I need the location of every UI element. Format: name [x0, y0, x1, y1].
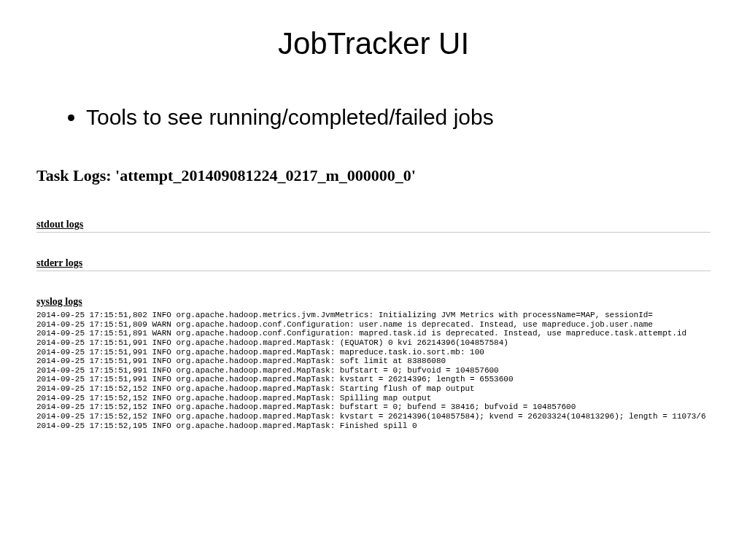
log-line: 2014-09-25 17:15:52,195 INFO org.apache.… — [36, 421, 711, 431]
stderr-section: stderr logs — [36, 257, 711, 271]
syslog-log-lines: 2014-09-25 17:15:51,802 INFO org.apache.… — [36, 311, 711, 430]
log-line: 2014-09-25 17:15:51,809 WARN org.apache.… — [36, 320, 711, 330]
log-line: 2014-09-25 17:15:52,152 INFO org.apache.… — [36, 402, 711, 412]
slide-title: JobTracker UI — [36, 26, 711, 61]
log-line: 2014-09-25 17:15:51,991 INFO org.apache.… — [36, 348, 711, 357]
syslog-section: syslog logs 2014-09-25 17:15:51,802 INFO… — [36, 296, 711, 430]
log-line: 2014-09-25 17:15:51,991 INFO org.apache.… — [36, 357, 711, 366]
log-line: 2014-09-25 17:15:51,991 INFO org.apache.… — [36, 338, 711, 348]
log-line: 2014-09-25 17:15:51,991 INFO org.apache.… — [36, 366, 711, 376]
log-line: 2014-09-25 17:15:52,152 INFO org.apache.… — [36, 412, 711, 421]
syslog-label: syslog logs — [36, 296, 711, 308]
bullet-list: Tools to see running/completed/failed jo… — [71, 105, 711, 130]
stdout-section: stdout logs — [36, 219, 711, 233]
log-line: 2014-09-25 17:15:51,991 INFO org.apache.… — [36, 375, 711, 384]
bullet-item: Tools to see running/completed/failed jo… — [86, 105, 711, 130]
log-line: 2014-09-25 17:15:52,152 INFO org.apache.… — [36, 394, 711, 403]
slide: JobTracker UI Tools to see running/compl… — [0, 0, 747, 560]
task-logs-heading: Task Logs: 'attempt_201409081224_0217_m_… — [36, 166, 711, 185]
log-line: 2014-09-25 17:15:51,891 WARN org.apache.… — [36, 329, 711, 338]
divider — [36, 232, 711, 233]
stdout-label: stdout logs — [36, 219, 711, 230]
log-line: 2014-09-25 17:15:52,152 INFO org.apache.… — [36, 384, 711, 394]
log-line: 2014-09-25 17:15:51,802 INFO org.apache.… — [36, 311, 711, 320]
divider — [36, 271, 711, 271]
stderr-label: stderr logs — [36, 257, 711, 269]
